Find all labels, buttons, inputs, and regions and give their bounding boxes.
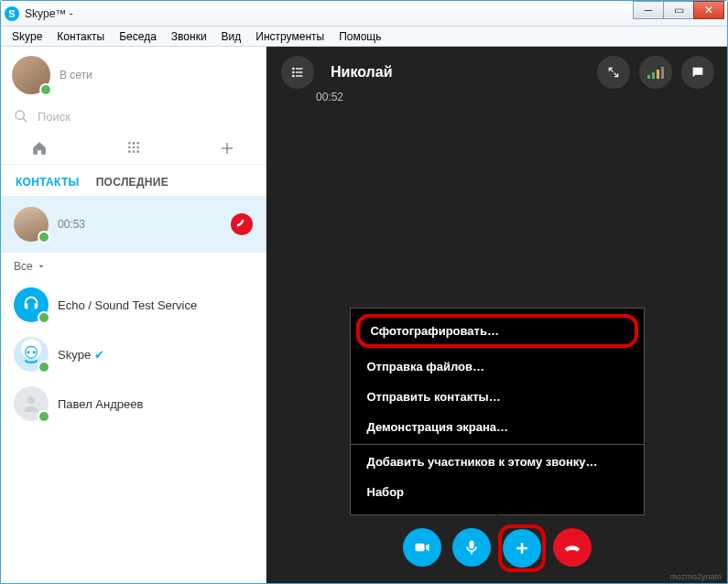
- icon-tabs: [1, 133, 266, 165]
- menu-contacts[interactable]: Контакты: [49, 28, 112, 45]
- call-header-right: [597, 56, 714, 89]
- video-button[interactable]: [403, 528, 441, 567]
- svg-point-10: [136, 150, 139, 153]
- menu-item-share-screen[interactable]: Демонстрация экрана…: [351, 412, 644, 442]
- body: В сети Поиск КОНТАКТЫ ПОСЛЕДНИЕ: [1, 47, 727, 583]
- menu-skype[interactable]: Skype: [5, 28, 49, 45]
- list-tabs: КОНТАКТЫ ПОСЛЕДНИЕ: [1, 165, 266, 196]
- expand-icon: [607, 66, 620, 79]
- svg-point-14: [27, 351, 29, 353]
- svg-point-3: [132, 142, 135, 145]
- active-call-item[interactable]: 00:53: [1, 196, 266, 253]
- call-controls: [403, 528, 592, 568]
- svg-point-2: [128, 142, 131, 145]
- mic-icon: [462, 538, 481, 557]
- mute-button[interactable]: [452, 528, 491, 567]
- sidebar: В сети Поиск КОНТАКТЫ ПОСЛЕДНИЕ: [1, 47, 266, 583]
- svg-point-7: [136, 146, 139, 149]
- svg-rect-24: [469, 541, 473, 549]
- svg-rect-20: [296, 71, 302, 72]
- call-area: Николай 00:52 Сфотографировать… Отправка…: [266, 47, 727, 583]
- contact-item-pavel[interactable]: Павел Андреев: [1, 379, 266, 428]
- menubar: Skype Контакты Беседа Звонки Вид Инструм…: [1, 27, 727, 47]
- contact-name: Skype✔: [58, 348, 104, 362]
- hangup-icon: [562, 537, 582, 557]
- menu-item-send-contacts[interactable]: Отправить контакты…: [351, 382, 644, 412]
- plus-button-highlight: [502, 528, 542, 568]
- svg-point-6: [132, 146, 135, 149]
- fullscreen-button[interactable]: [597, 56, 630, 89]
- menu-item-send-files[interactable]: Отправка файлов…: [351, 351, 644, 382]
- svg-point-4: [136, 142, 139, 145]
- minimize-button[interactable]: ─: [633, 1, 664, 19]
- plus-menu-popup: Сфотографировать… Отправка файлов… Отпра…: [350, 308, 645, 515]
- menu-calls[interactable]: Звонки: [164, 28, 214, 45]
- svg-point-0: [16, 111, 24, 119]
- svg-rect-22: [296, 75, 302, 76]
- close-button[interactable]: ✕: [693, 1, 724, 19]
- me-avatar[interactable]: [12, 56, 50, 94]
- contact-item-echo[interactable]: Echo / Sound Test Service: [1, 280, 266, 330]
- svg-point-15: [33, 351, 36, 353]
- me-section[interactable]: В сети: [1, 47, 266, 100]
- contact-avatar: [14, 207, 49, 242]
- menu-item-snapshot[interactable]: Сфотографировать…: [356, 314, 638, 348]
- me-status[interactable]: В сети: [60, 69, 92, 81]
- svg-rect-18: [296, 68, 302, 69]
- search-icon: [14, 109, 28, 124]
- new-tab[interactable]: [214, 140, 240, 157]
- dialpad-tab[interactable]: [121, 140, 147, 157]
- contact-avatar: [14, 287, 49, 322]
- call-timer: 00:52: [316, 91, 727, 103]
- tab-contacts[interactable]: КОНТАКТЫ: [16, 176, 80, 189]
- contact-name: Echo / Sound Test Service: [58, 298, 197, 312]
- menu-item-dial[interactable]: Набор: [351, 477, 644, 507]
- list-icon: [290, 65, 305, 80]
- window-controls: ─ ▭ ✕: [634, 1, 724, 19]
- plus-button[interactable]: [503, 529, 541, 568]
- svg-rect-23: [415, 544, 424, 551]
- headset-icon: [21, 295, 41, 315]
- peer-name: Николай: [331, 64, 392, 81]
- svg-point-19: [292, 71, 295, 74]
- menu-view[interactable]: Вид: [214, 28, 249, 45]
- menu-help[interactable]: Помощь: [331, 28, 388, 45]
- dialpad-icon: [126, 140, 141, 155]
- search-input[interactable]: Поиск: [1, 100, 266, 133]
- presence-online-icon: [38, 231, 50, 243]
- hangup-icon: [235, 218, 248, 231]
- conversation-list-button[interactable]: [281, 56, 314, 89]
- chevron-down-icon: [37, 262, 46, 271]
- plus-icon: [513, 539, 531, 557]
- svg-point-17: [292, 68, 295, 70]
- home-icon: [31, 140, 48, 157]
- maximize-button[interactable]: ▭: [663, 1, 694, 19]
- contact-avatar: [14, 337, 49, 372]
- menu-chat[interactable]: Беседа: [112, 28, 164, 45]
- chat-button[interactable]: [681, 56, 714, 89]
- filter-label: Все: [14, 260, 33, 273]
- contact-item-skype[interactable]: Skype✔: [1, 330, 266, 379]
- menu-tools[interactable]: Инструменты: [248, 28, 331, 45]
- contact-avatar: [14, 386, 49, 421]
- svg-point-21: [292, 75, 295, 78]
- presence-online-icon: [38, 311, 50, 324]
- svg-point-16: [27, 396, 35, 404]
- hangup-button[interactable]: [553, 528, 592, 567]
- call-duration: 00:53: [58, 218, 85, 231]
- filter-all[interactable]: Все: [1, 253, 266, 280]
- home-tab[interactable]: [27, 140, 52, 157]
- video-icon: [413, 538, 431, 557]
- verified-icon: ✔: [94, 348, 104, 362]
- contact-name: Павел Андреев: [58, 397, 143, 411]
- svg-point-5: [128, 146, 131, 149]
- menu-item-add-people[interactable]: Добавить участников к этому звонку…: [351, 444, 644, 477]
- app-window: S Skype™ - ─ ▭ ✕ Skype Контакты Беседа З…: [0, 0, 728, 584]
- call-quality-button[interactable]: [639, 56, 672, 89]
- svg-line-1: [23, 118, 27, 122]
- plus-icon: [219, 140, 235, 157]
- hangup-mini-button[interactable]: [231, 213, 253, 235]
- signal-icon: [647, 66, 664, 79]
- presence-online-icon: [38, 410, 50, 423]
- tab-recent[interactable]: ПОСЛЕДНИЕ: [96, 176, 168, 189]
